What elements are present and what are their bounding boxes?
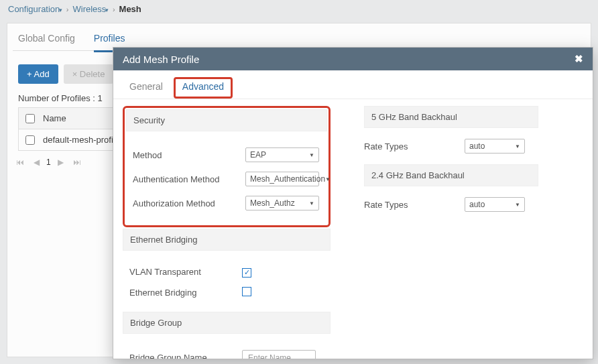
authn-value: Mesh_Authentication — [250, 174, 325, 184]
crumb-configuration[interactable]: Configuration ▾ — [8, 4, 62, 14]
chevron-down-icon: ▼ — [515, 202, 520, 208]
select-all-checkbox[interactable] — [25, 114, 35, 123]
security-body: Method EAP ▼ Authentication Method — [126, 134, 327, 224]
chevron-down-icon: ▼ — [309, 200, 314, 206]
delete-button: × Delete — [64, 64, 114, 84]
profiles-count-value: 1 — [98, 93, 103, 103]
bridge-group-head: Bridge Group — [123, 312, 331, 334]
modal-tabs: General Advanced — [113, 70, 593, 99]
add-button[interactable]: + Add — [18, 64, 58, 84]
band-5ghz-rate-value: auto — [469, 141, 485, 151]
ethernet-bridging-body: VLAN Transparent ✓ Ethernet Bridging — [123, 253, 331, 312]
authz-select[interactable]: Mesh_Authz ▼ — [245, 196, 319, 210]
row-checkbox[interactable] — [25, 135, 35, 145]
modal-content: General Advanced Security Method EAP ▼ — [113, 70, 593, 359]
authz-value: Mesh_Authz — [250, 198, 295, 208]
crumb-mesh: Mesh — [119, 4, 141, 14]
ethernet-bridging-head: Ethernet Bridging — [123, 229, 331, 251]
authn-select[interactable]: Mesh_Authentication ▼ — [245, 172, 319, 186]
modal-tab-advanced[interactable]: Advanced — [174, 77, 233, 99]
authz-label: Authorization Method — [133, 198, 245, 208]
row-name: default-mesh-profile — [43, 135, 120, 145]
band-24ghz-rate-select[interactable]: auto ▼ — [465, 197, 525, 212]
method-label: Method — [133, 150, 245, 160]
chevron-down-icon: ▾ — [103, 7, 109, 13]
modal-title: Add Mesh Profile — [123, 54, 199, 65]
chevron-down-icon: ▾ — [57, 7, 62, 13]
first-page-icon[interactable]: ⏮ — [14, 156, 26, 168]
band-5ghz-rate-label: Rate Types — [364, 141, 465, 151]
breadcrumb: Configuration ▾ › Wireless ▾ › Mesh — [0, 0, 598, 18]
modal-titlebar: Add Mesh Profile ✖ — [113, 48, 593, 70]
security-head: Security — [126, 109, 327, 131]
chevron-down-icon: ▼ — [309, 152, 314, 158]
band-5ghz-rate-select[interactable]: auto ▼ — [465, 139, 525, 154]
method-value: EAP — [250, 150, 266, 160]
authn-label: Authentication Method — [133, 174, 245, 184]
next-page-icon[interactable]: ▶ — [55, 156, 67, 168]
right-column: 5 GHz Band Backhaul Rate Types auto ▼ 2.… — [364, 106, 538, 359]
bridge-group-body: Bridge Group Name Strict Match — [123, 337, 331, 359]
bridge-group-name-label: Bridge Group Name — [129, 353, 242, 359]
chevron-down-icon: ▼ — [325, 176, 331, 182]
band-24ghz-rate-label: Rate Types — [364, 200, 465, 210]
band-5ghz-head: 5 GHz Band Backhaul — [364, 106, 538, 128]
chevron-right-icon: › — [113, 5, 115, 13]
add-mesh-profile-modal: Add Mesh Profile ✖ General Advanced Secu… — [113, 47, 593, 359]
security-section: Security Method EAP ▼ — [123, 106, 331, 227]
modal-tab-general[interactable]: General — [123, 77, 170, 99]
bridge-group-name-input[interactable] — [242, 350, 316, 359]
ethernet-bridging-label: Ethernet Bridging — [129, 288, 242, 298]
vlan-transparent-label: VLAN Transparent — [129, 267, 242, 277]
profiles-count-label: Number of Profiles : — [18, 93, 98, 103]
chevron-right-icon: › — [66, 5, 69, 13]
left-column: Security Method EAP ▼ — [123, 106, 331, 359]
column-name: Name — [43, 113, 66, 123]
crumb-wireless[interactable]: Wireless ▾ — [73, 4, 109, 14]
band-24ghz-rate-value: auto — [469, 200, 485, 209]
vlan-transparent-checkbox[interactable]: ✓ — [242, 268, 251, 278]
last-page-icon[interactable]: ⏭ — [71, 156, 83, 168]
chevron-down-icon: ▼ — [515, 143, 520, 149]
page-number: 1 — [46, 158, 51, 167]
method-select[interactable]: EAP ▼ — [245, 147, 319, 162]
band-24ghz-head: 2.4 GHz Band Backhaul — [364, 164, 538, 186]
close-icon[interactable]: ✖ — [575, 53, 583, 65]
ethernet-bridging-checkbox[interactable] — [242, 287, 251, 296]
form-area: Security Method EAP ▼ — [113, 99, 593, 359]
prev-page-icon[interactable]: ◀ — [30, 156, 42, 168]
tab-global-config[interactable]: Global Config — [18, 33, 75, 44]
